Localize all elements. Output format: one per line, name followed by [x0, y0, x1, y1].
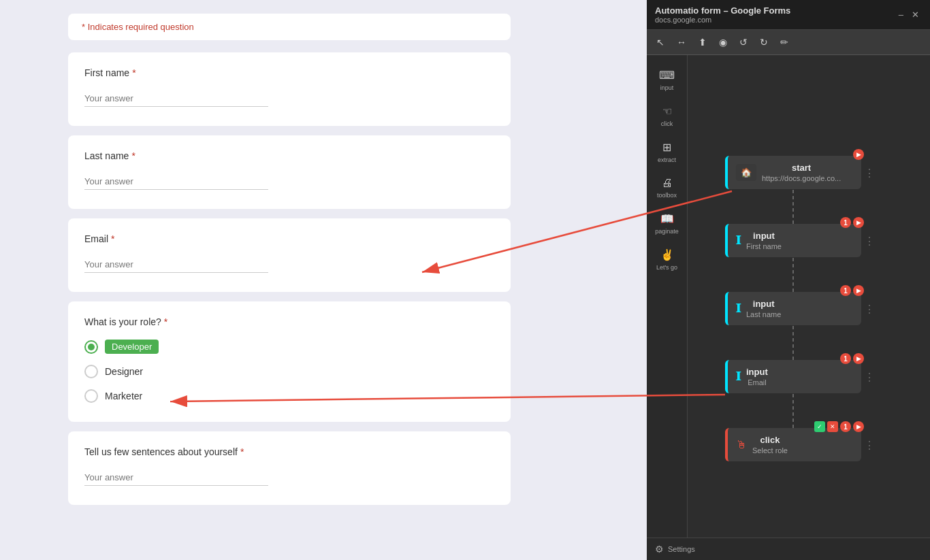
email-label: Email * [84, 233, 494, 244]
sidebar-item-label-toolbox: toolbox [657, 192, 677, 199]
sidebar-item-letsgo[interactable]: ✌ Let's go [647, 242, 687, 278]
click-icon: ☜ [662, 105, 672, 118]
lastname-node-menu[interactable]: ⋮ [864, 302, 875, 315]
settings-label: Settings [668, 545, 695, 553]
cursor-tool[interactable]: ↖ [652, 34, 669, 50]
last-name-card: Last name * [68, 135, 511, 209]
sidebar-item-input[interactable]: ⌨ input [647, 62, 687, 98]
extract-icon: ⊞ [662, 141, 671, 154]
radio-circle-designer [84, 365, 98, 378]
top-bar-title: Automatio form – Google Forms [655, 5, 790, 16]
lastname-node-subtitle: Last name [746, 310, 781, 318]
required-star-4: * [164, 316, 167, 327]
required-star-5: * [240, 446, 244, 457]
undo-tool[interactable]: ↺ [735, 34, 752, 50]
firstname-badges: 1 ▶ [840, 217, 864, 228]
node-input-email[interactable]: 1 ▶ 𝐈 input Email ⋮ [725, 360, 861, 393]
email-node-subtitle: Email [746, 378, 768, 386]
badge-play-firstname: ▶ [853, 217, 864, 228]
radio-circle-developer [84, 340, 98, 354]
firstname-node-menu[interactable]: ⋮ [864, 234, 875, 247]
radio-designer[interactable]: Designer [84, 365, 494, 378]
email-node-title: input [746, 367, 768, 377]
toolbar-strip: ↖ ↔ ⬆ ◉ ↺ ↻ ✏ [647, 30, 930, 55]
badge-play-email: ▶ [853, 353, 864, 364]
start-node-menu[interactable]: ⋮ [864, 166, 875, 179]
home-icon: 🏠 [736, 164, 756, 181]
badge-1-firstname: 1 [840, 217, 851, 228]
paginate-icon: 📖 [660, 212, 674, 225]
settings-gear-icon: ⚙ [655, 544, 664, 555]
radio-label-developer: Developer [105, 340, 159, 354]
email-badges: 1 ▶ [840, 353, 864, 364]
email-node-menu[interactable]: ⋮ [864, 370, 875, 383]
form-panel: * Indicates required question First name… [0, 0, 647, 560]
first-name-label: First name * [84, 67, 494, 78]
first-name-input[interactable] [84, 90, 268, 107]
radio-label-marketer: Marketer [105, 391, 142, 401]
first-name-card: First name * [68, 52, 511, 126]
role-label: What is your role? * [84, 316, 494, 327]
main-content: ⌨ input ☜ click ⊞ extract 🖨 toolbox 📖 pa… [647, 55, 930, 538]
last-name-input[interactable] [84, 174, 268, 190]
sidebar-item-paginate[interactable]: 📖 paginate [647, 205, 687, 242]
redo-tool[interactable]: ↻ [756, 34, 772, 50]
sidebar-item-toolbox[interactable]: 🖨 toolbox [647, 170, 687, 205]
top-bar-controls: – ✕ [896, 8, 922, 21]
lastname-badges: 1 ▶ [840, 285, 864, 296]
move-tool[interactable]: ↔ [673, 34, 690, 50]
click-cursor-icon: 🖱 [736, 439, 747, 451]
pen-tool[interactable]: ✏ [776, 34, 792, 50]
sidebar-item-click[interactable]: ☜ click [647, 98, 687, 134]
role-radio-group: Developer Designer Marketer [84, 340, 494, 403]
cursor-bar-icon-3: 𝐈 [736, 369, 741, 384]
letsgo-icon: ✌ [660, 248, 674, 261]
input-icon: ⌨ [659, 69, 675, 82]
eye-tool[interactable]: ◉ [715, 34, 731, 50]
badge-1-email: 1 [840, 353, 851, 364]
top-bar: Automatio form – Google Forms docs.googl… [647, 0, 930, 30]
toolbox-icon: 🖨 [662, 177, 673, 189]
start-node-subtitle: https://docs.google.co... [762, 174, 841, 182]
sidebar-item-label-paginate: paginate [655, 228, 679, 235]
upload-tool[interactable]: ⬆ [694, 34, 711, 50]
sidebar-item-label-input: input [660, 84, 674, 91]
node-start[interactable]: ▶ 🏠 start https://docs.google.co... ⋮ [725, 156, 861, 189]
required-star-3: * [111, 233, 114, 244]
firstname-node-title: input [746, 231, 782, 241]
radio-marketer[interactable]: Marketer [84, 389, 494, 403]
firstname-node-subtitle: First name [746, 242, 782, 250]
about-label: Tell us few sentences about yourself * [84, 446, 494, 457]
start-badges: ▶ [853, 149, 864, 160]
email-card: Email * [68, 218, 511, 292]
role-node-menu[interactable]: ⋮ [864, 438, 875, 451]
role-node-title: click [752, 435, 788, 445]
required-star-2: * [131, 150, 135, 161]
required-note: * Indicates required question [68, 14, 511, 40]
badge-check-role: ✓ [814, 421, 825, 432]
email-input[interactable] [84, 257, 268, 273]
radio-circle-marketer [84, 389, 98, 403]
sidebar-item-label-extract: extract [658, 157, 676, 163]
about-input[interactable] [84, 470, 268, 486]
role-card: What is your role? * Developer Designer … [68, 301, 511, 422]
about-card: Tell us few sentences about yourself * [68, 431, 511, 505]
required-star: * [132, 67, 135, 78]
node-click-role[interactable]: ✓ ✕ 1 ▶ 🖱 click Select role ⋮ [725, 428, 861, 461]
last-name-label: Last name * [84, 150, 494, 161]
node-input-lastname[interactable]: 1 ▶ 𝐈 input Last name ⋮ [725, 292, 861, 325]
close-button[interactable]: ✕ [909, 8, 922, 21]
cursor-bar-icon: 𝐈 [736, 233, 741, 248]
node-input-firstname[interactable]: 1 ▶ 𝐈 input First name ⋮ [725, 224, 861, 257]
side-icons: ⌨ input ☜ click ⊞ extract 🖨 toolbox 📖 pa… [647, 55, 688, 538]
radio-developer[interactable]: Developer [84, 340, 494, 354]
role-node-subtitle: Select role [752, 446, 788, 455]
radio-label-designer: Designer [105, 366, 143, 377]
cursor-bar-icon-2: 𝐈 [736, 301, 741, 316]
role-badges: ✓ ✕ 1 ▶ [814, 421, 864, 432]
minimize-button[interactable]: – [896, 8, 906, 21]
top-bar-info: Automatio form – Google Forms docs.googl… [655, 5, 790, 24]
settings-bar: ⚙ Settings [647, 538, 930, 560]
required-note-text: * Indicates required question [82, 22, 194, 32]
sidebar-item-extract[interactable]: ⊞ extract [647, 134, 687, 170]
